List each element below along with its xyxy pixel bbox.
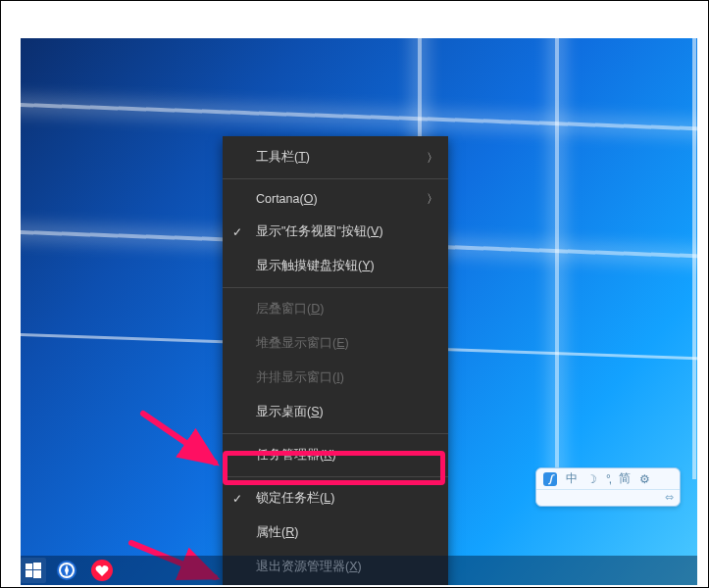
start-button[interactable] [21,558,46,583]
taskbar[interactable] [21,556,697,585]
menu-item-label: 显示桌面(S) [256,405,324,418]
menu-item-show-desktop[interactable]: 显示桌面(S) [223,395,448,429]
ime-toolbar[interactable]: ʃ 中 ☽ °, 简 ⚙ ⇔ [535,467,681,507]
chevron-right-icon: 〉 [427,149,438,166]
ime-mode-jian[interactable]: 简 [619,470,631,487]
check-icon: ✓ [232,225,242,239]
windows-logo-icon [25,563,41,578]
ime-punct[interactable]: °, [606,472,610,486]
menu-item-stacked: 堆叠显示窗口(E) [223,326,448,361]
taskbar-app-edge[interactable] [54,558,79,583]
svg-line-0 [143,414,215,463]
menu-item-label: Cortana(O) [256,192,318,206]
menu-item-label: 堆叠显示窗口(E) [256,336,349,350]
check-icon: ✓ [232,492,242,506]
menu-item-show-touch-keyboard[interactable]: 显示触摸键盘按钮(Y) [223,249,448,283]
menu-item-label: 工具栏(T) [256,150,310,164]
menu-item-label: 显示"任务视图"按钮(V) [256,224,383,238]
annotation-arrow-icon [138,409,227,477]
menu-item-label: 并排显示窗口(I) [256,370,344,384]
menu-item-task-manager[interactable]: 任务管理器(K) [223,438,448,472]
menu-item-cortana[interactable]: Cortana(O) 〉 [223,183,448,215]
gear-icon[interactable]: ⚙ [639,472,650,486]
screenshot-frame: 工具栏(T) 〉 Cortana(O) 〉 ✓ 显示"任务视图"按钮(V) 显示… [0,0,709,588]
light-beam [21,101,697,135]
chevron-right-icon: 〉 [427,191,438,208]
menu-item-label: 锁定任务栏(L) [256,491,334,505]
taskbar-app-heart[interactable] [89,558,115,583]
menu-item-cascade: 层叠窗口(D) [223,292,448,326]
svg-rect-5 [33,570,41,578]
moon-icon[interactable]: ☽ [586,472,597,486]
menu-separator [223,476,448,477]
menu-item-properties[interactable]: 属性(R) [223,515,448,550]
compass-icon [55,559,78,582]
ime-row: ʃ 中 ☽ °, 简 ⚙ [536,468,680,490]
ime-logo-icon[interactable]: ʃ [543,472,557,486]
taskbar-context-menu: 工具栏(T) 〉 Cortana(O) 〉 ✓ 显示"任务视图"按钮(V) 显示… [223,136,448,585]
ime-mode-zh[interactable]: 中 [566,470,578,487]
menu-item-label: 层叠窗口(D) [256,302,324,316]
heart-icon [90,559,114,582]
menu-item-show-taskview[interactable]: ✓ 显示"任务视图"按钮(V) [223,215,448,249]
menu-item-lock-taskbar[interactable]: ✓ 锁定任务栏(L) [223,481,448,515]
menu-item-label: 显示触摸键盘按钮(Y) [256,259,375,272]
menu-item-label: 属性(R) [256,525,298,539]
light-beam [692,38,696,479]
menu-separator [223,287,448,288]
svg-rect-4 [25,570,32,577]
svg-rect-3 [33,563,41,569]
menu-item-toolbars[interactable]: 工具栏(T) 〉 [223,140,448,174]
desktop[interactable]: 工具栏(T) 〉 Cortana(O) 〉 ✓ 显示"任务视图"按钮(V) 显示… [21,38,697,585]
menu-item-side-by-side: 并排显示窗口(I) [223,361,448,395]
menu-item-label: 任务管理器(K) [256,448,336,462]
menu-separator [223,178,448,179]
light-beam [555,38,559,479]
ime-resize-icon[interactable]: ⇔ [665,491,674,504]
svg-rect-2 [25,564,32,569]
menu-separator [223,433,448,434]
